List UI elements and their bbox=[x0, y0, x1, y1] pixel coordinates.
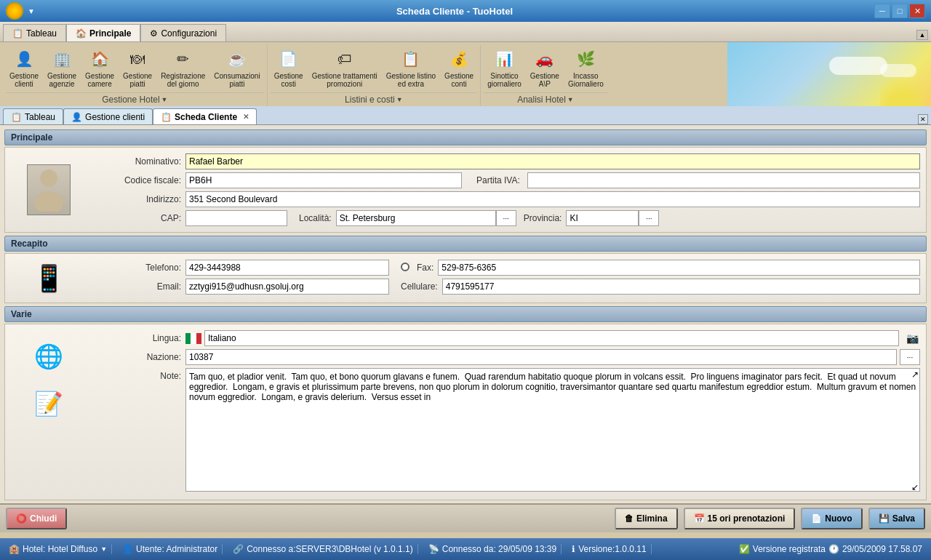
ribbon-tab-tableau-label: Tableau bbox=[26, 28, 57, 39]
consumazioni-piatti-button[interactable]: ☕ Consumazioni piatti bbox=[210, 45, 263, 90]
gestione-listino-button[interactable]: 📋 Gestione listino ed extra bbox=[383, 45, 439, 90]
client-avatar-col bbox=[5, 152, 92, 228]
ribbon-tab-configurazioni[interactable]: ⚙ Configurazioni bbox=[140, 24, 226, 41]
app-tab-tableau-label: Tableau bbox=[25, 112, 55, 122]
ribbon-group-gestione-hotel-label: Gestione Hotel ▼ bbox=[6, 92, 264, 106]
ribbon-group-listini: 📄 Gestione costi 🏷 Gestione trattamenti … bbox=[268, 45, 481, 106]
form-section-recapito: 📱 Telefono: Fax: Email: Cellular bbox=[4, 253, 927, 303]
gestione-costi-button[interactable]: 📄 Gestione costi bbox=[271, 45, 307, 90]
incasso-giornaliero-button[interactable]: 🌿 Incasso Giornaliero bbox=[564, 45, 607, 90]
gestione-camere-button[interactable]: 🏠 Gestione camere bbox=[81, 45, 118, 90]
cellulare-input[interactable] bbox=[442, 279, 920, 295]
minimize-button[interactable]: ─ bbox=[874, 4, 890, 18]
ribbon-group-listini-label: Listini e costi ▼ bbox=[271, 92, 477, 106]
ribbon-tab-principale[interactable]: 🏠 Principale bbox=[66, 24, 140, 41]
varie-inner: 🌐 📝 Lingua: 📷 bbox=[5, 329, 926, 495]
provincia-input[interactable] bbox=[566, 210, 639, 226]
gestione-alp-button[interactable]: 🚗 Gestione A\P bbox=[527, 45, 563, 90]
close-button[interactable]: ✕ bbox=[909, 4, 925, 18]
cap-input[interactable] bbox=[185, 210, 287, 226]
app-logo bbox=[6, 2, 23, 20]
nuovo-button[interactable]: 📄 Nuovo bbox=[801, 508, 862, 529]
fax-label: Fax: bbox=[412, 263, 438, 273]
note-expand-button[interactable]: ↗ bbox=[911, 369, 919, 380]
svg-rect-2 bbox=[185, 333, 191, 344]
app-tab-tableau-icon: 📋 bbox=[11, 112, 22, 122]
lingua-input[interactable] bbox=[204, 330, 899, 346]
status-versione-reg-label: Versione registrata bbox=[753, 544, 826, 554]
gestione-trattamenti-icon: 🏷 bbox=[333, 47, 356, 71]
app-tab-tableau[interactable]: 📋 Tableau bbox=[3, 108, 63, 124]
codice-fiscale-input[interactable] bbox=[185, 172, 462, 188]
varie-fields: Lingua: 📷 Nazione: bbox=[92, 329, 926, 495]
panel-minimize-button[interactable]: ▲ bbox=[916, 30, 928, 40]
note-textarea[interactable]: Tam quo, et pladior venit. Tam quo, et b… bbox=[185, 368, 920, 492]
fax-radio-dot bbox=[389, 263, 412, 273]
lingua-camera-button[interactable]: 📷 bbox=[905, 331, 920, 345]
app-tabs: 📋 Tableau 👤 Gestione clienti 📋 Scheda Cl… bbox=[0, 106, 931, 125]
salva-button[interactable]: 💾 Salva bbox=[868, 508, 925, 529]
varie-decor-icon: 🌐 bbox=[29, 336, 69, 376]
gestione-agenzie-button[interactable]: 🏢 Gestione agenzie bbox=[44, 45, 80, 90]
consumazioni-icon: ☕ bbox=[225, 47, 249, 71]
note-row: Note: Tam quo, et pladior venit. Tam quo… bbox=[92, 367, 926, 495]
group-arrow-icon-2[interactable]: ▼ bbox=[396, 96, 403, 103]
fax-input[interactable] bbox=[438, 260, 920, 276]
clock-icon: 🕐 bbox=[828, 544, 839, 554]
gestione-clienti-button[interactable]: 👤 Gestione clienti bbox=[6, 45, 42, 90]
note-collapse-button[interactable]: ↙ bbox=[911, 482, 919, 492]
nazione-row-inner: ··· bbox=[185, 349, 920, 365]
email-row: Email: Cellulare: bbox=[92, 277, 926, 296]
gestione-costi-icon: 📄 bbox=[277, 47, 300, 71]
telefono-input[interactable] bbox=[185, 260, 389, 276]
status-data-ora-label: 29/05/2009 17.58.07 bbox=[842, 544, 922, 554]
fax-radio-button[interactable] bbox=[401, 263, 409, 271]
group-arrow-icon-3[interactable]: ▼ bbox=[567, 96, 574, 103]
tab-close-all-button[interactable]: ✕ bbox=[918, 114, 928, 124]
gestione-listino-icon: 📋 bbox=[399, 47, 423, 71]
status-bar: 🏨 Hotel: Hotel Diffuso ▼ 👤 Utente: Admin… bbox=[0, 538, 931, 560]
app-tab-scheda-cliente-icon: 📋 bbox=[161, 112, 172, 122]
ribbon-tab-tableau[interactable]: 📋 Tableau bbox=[3, 24, 66, 41]
title-dropdown-icon[interactable]: ▼ bbox=[28, 7, 35, 15]
nazione-input[interactable] bbox=[185, 349, 897, 365]
ribbon-group-gestione-hotel: 👤 Gestione clienti 🏢 Gestione agenzie 🏠 … bbox=[3, 45, 268, 106]
gestione-agenzie-icon: 🏢 bbox=[50, 47, 73, 71]
provincia-browse-button[interactable]: ··· bbox=[639, 210, 659, 226]
cap-row: CAP: Località: ··· Provincia: ··· bbox=[92, 209, 926, 228]
gestione-piatti-button[interactable]: 🍽 Gestione piatti bbox=[119, 45, 156, 90]
indirizzo-input[interactable] bbox=[185, 191, 920, 207]
localita-input[interactable] bbox=[336, 210, 496, 226]
storico-prenotazioni-button[interactable]: 📅 15 ori prenotazioni bbox=[684, 508, 796, 529]
tab-panel-right: ✕ bbox=[918, 114, 928, 124]
app-tab-close-button[interactable]: ✕ bbox=[243, 113, 249, 121]
sinottico-giornaliero-button[interactable]: 📊 Sinottico giornaliero bbox=[484, 45, 525, 90]
elimina-button[interactable]: 🗑 Elimina bbox=[615, 508, 678, 529]
chiudi-button[interactable]: ⭕ Chiudi bbox=[6, 508, 67, 529]
indirizzo-label: Indirizzo: bbox=[98, 194, 185, 204]
cap-label: CAP: bbox=[98, 213, 185, 223]
localita-browse-button[interactable]: ··· bbox=[496, 210, 516, 226]
codice-fiscale-label: Codice fiscale: bbox=[98, 175, 185, 185]
email-input[interactable] bbox=[185, 279, 389, 295]
nuovo-label: Nuovo bbox=[825, 513, 852, 524]
connesso-da-icon: 📡 bbox=[428, 544, 439, 554]
partita-iva-input[interactable] bbox=[527, 172, 920, 188]
nazione-browse-button[interactable]: ··· bbox=[900, 349, 920, 365]
app-tab-gestione-clienti[interactable]: 👤 Gestione clienti bbox=[63, 108, 153, 124]
localita-label: Località: bbox=[287, 213, 336, 223]
main-content: Principale Nominativo: bbox=[0, 125, 931, 503]
group-arrow-icon[interactable]: ▼ bbox=[161, 96, 168, 103]
ribbon-tabs: 📋 Tableau 🏠 Principale ⚙ Configurazioni … bbox=[0, 22, 931, 42]
registrazione-del-giorno-button[interactable]: ✏ Registrazione del giorno bbox=[157, 45, 209, 90]
gestione-trattamenti-button[interactable]: 🏷 Gestione trattamenti promozioni bbox=[308, 45, 381, 90]
nominativo-input[interactable] bbox=[185, 153, 920, 169]
hotel-dropdown-icon[interactable]: ▼ bbox=[100, 545, 107, 553]
phone-icon: 📱 bbox=[29, 258, 69, 298]
ribbon-container: 👤 Gestione clienti 🏢 Gestione agenzie 🏠 … bbox=[0, 42, 931, 106]
gestione-conti-button[interactable]: 💰 Gestione conti bbox=[441, 45, 477, 90]
incasso-icon: 🌿 bbox=[574, 47, 597, 71]
maximize-button[interactable]: □ bbox=[892, 4, 908, 18]
salva-icon: 💾 bbox=[879, 513, 890, 524]
app-tab-scheda-cliente[interactable]: 📋 Scheda Cliente ✕ bbox=[153, 108, 257, 124]
